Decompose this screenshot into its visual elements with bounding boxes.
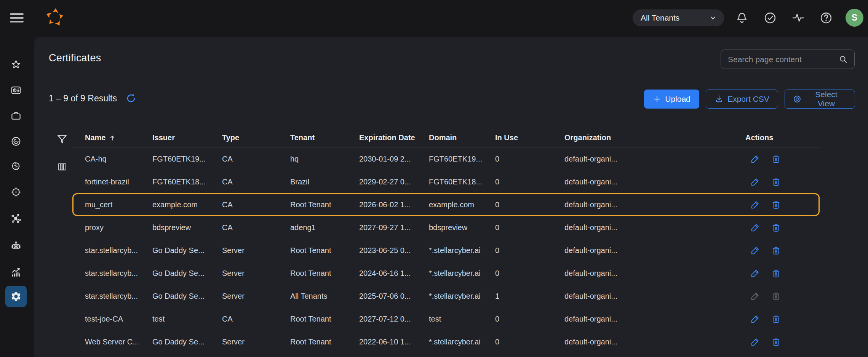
hamburger-menu-icon[interactable] xyxy=(10,11,24,24)
sidebar-item-connections[interactable] xyxy=(5,208,27,229)
column-header-label: In Use xyxy=(495,133,518,142)
chart-icon xyxy=(10,266,22,278)
cell-tenant: All Tenants xyxy=(290,292,359,301)
sidebar-item-reports[interactable] xyxy=(5,261,27,283)
trash-icon xyxy=(771,337,781,347)
pencil-icon xyxy=(750,268,760,279)
sidebar-item-settings[interactable] xyxy=(5,286,27,307)
delete-button[interactable] xyxy=(771,154,781,164)
table-header-row: Name IssuerTypeTenantExpiration DateDoma… xyxy=(72,128,820,147)
table-row[interactable]: test-joe-CA test CA Root Tenant 2027-07-… xyxy=(72,307,820,330)
table-row[interactable]: proxy bdspreview CA adeng1 2027-09-27 1.… xyxy=(72,216,820,239)
cell-organization: default-organi... xyxy=(564,269,745,278)
cell-expiration-date: 2025-07-06 0... xyxy=(359,292,429,301)
cell-tenant: adeng1 xyxy=(290,223,359,232)
delete-button[interactable] xyxy=(771,268,781,279)
delete-button[interactable] xyxy=(771,314,781,324)
refresh-button[interactable] xyxy=(125,93,137,104)
pencil-icon xyxy=(750,200,760,210)
pencil-icon xyxy=(750,245,760,256)
table-row[interactable]: CA-hq FGT60ETK19... CA hq 2030-01-09 2..… xyxy=(72,147,820,170)
trash-icon xyxy=(771,314,781,324)
table-row[interactable]: star.stellarcyb... Go Daddy Se... Server… xyxy=(72,285,820,307)
robot-icon xyxy=(10,240,22,251)
sidebar-item-threat-hunting[interactable] xyxy=(5,181,27,203)
delete-button[interactable] xyxy=(771,200,781,210)
tasks-check-circle-icon[interactable] xyxy=(763,11,777,25)
cell-domain: test xyxy=(429,315,495,323)
table-row[interactable]: fortinet-brazil FGT60ETK18... CA Brazil … xyxy=(72,170,820,193)
column-header-expiration[interactable]: Expiration Date xyxy=(359,133,429,142)
column-header-type[interactable]: Type xyxy=(222,133,290,142)
cell-organization: default-organi... xyxy=(564,338,745,346)
edit-button[interactable] xyxy=(750,223,760,233)
cell-in-use: 0 xyxy=(495,155,564,163)
cell-issuer: example.com xyxy=(152,200,222,209)
export-csv-button[interactable]: Export CSV xyxy=(706,90,778,109)
delete-button[interactable] xyxy=(771,177,781,187)
column-header-in_use[interactable]: In Use xyxy=(495,133,564,142)
edit-button[interactable] xyxy=(750,268,760,279)
cell-tenant: Root Tenant xyxy=(290,246,359,255)
column-header-organization[interactable]: Organization xyxy=(564,133,745,142)
table-row[interactable]: star.stellarcyb... Go Daddy Se... Server… xyxy=(72,239,820,262)
tenant-selector-dropdown[interactable]: All Tenants xyxy=(633,10,724,26)
activity-pulse-icon[interactable] xyxy=(791,11,805,25)
column-header-label: Type xyxy=(222,133,239,142)
edit-button[interactable] xyxy=(750,337,760,347)
edit-button[interactable] xyxy=(750,154,760,164)
cell-expiration-date: 2027-09-27 1... xyxy=(359,223,429,232)
sidebar-item-detections[interactable] xyxy=(5,131,27,152)
notifications-bell-icon[interactable] xyxy=(735,11,749,25)
delete-button[interactable] xyxy=(771,245,781,256)
column-header-actions[interactable]: Actions xyxy=(745,133,820,142)
stellar-cyber-logo-icon xyxy=(44,7,66,28)
column-header-tenant[interactable]: Tenant xyxy=(290,133,359,142)
column-header-name[interactable]: Name xyxy=(85,133,152,142)
trash-icon xyxy=(771,154,781,164)
edit-button[interactable] xyxy=(750,200,760,210)
column-header-label: Name xyxy=(85,133,106,142)
sidebar-item-dashboards[interactable] xyxy=(5,80,27,101)
cell-in-use: 1 xyxy=(495,292,564,301)
cell-issuer: FGT60ETK18... xyxy=(152,178,222,186)
pencil-icon xyxy=(750,337,760,347)
column-header-issuer[interactable]: Issuer xyxy=(152,133,222,142)
user-avatar[interactable]: S xyxy=(846,9,863,27)
sidebar-item-ai[interactable] xyxy=(5,156,27,177)
sidebar-item-favorites[interactable] xyxy=(5,54,27,75)
trash-icon xyxy=(771,245,781,256)
sidebar-item-automation[interactable] xyxy=(5,235,27,256)
sidebar-item-cases[interactable] xyxy=(5,105,27,126)
select-view-button[interactable]: Select View xyxy=(785,90,855,109)
table-row[interactable]: star.stellarcyb... Go Daddy Se... Server… xyxy=(72,262,820,285)
trash-icon xyxy=(771,291,781,301)
column-header-domain[interactable]: Domain xyxy=(429,133,495,142)
cell-domain: *.stellarcyber.ai xyxy=(429,269,495,278)
table-row[interactable]: mu_cert example.com CA Root Tenant 2026-… xyxy=(72,193,820,216)
cell-actions xyxy=(745,245,820,256)
help-icon[interactable] xyxy=(819,11,833,25)
table-row[interactable]: Web Server C... Go Daddy Se... Server Ro… xyxy=(72,330,820,353)
cell-expiration-date: 2022-06-10 1... xyxy=(359,338,429,346)
cell-type: Server xyxy=(222,246,290,255)
refresh-icon xyxy=(125,93,137,104)
column-settings-icon[interactable] xyxy=(56,161,68,173)
download-icon xyxy=(715,94,724,104)
filter-funnel-icon[interactable] xyxy=(56,133,69,146)
cell-domain: *.stellarcyber.ai xyxy=(429,246,495,255)
upload-button[interactable]: Upload xyxy=(644,90,699,109)
column-header-label: Actions xyxy=(745,133,773,142)
sidebar-nav xyxy=(0,37,34,357)
delete-button[interactable] xyxy=(771,337,781,347)
cell-issuer: bdspreview xyxy=(152,223,222,232)
sort-ascending-icon xyxy=(109,134,116,142)
search-icon xyxy=(838,54,848,64)
edit-button[interactable] xyxy=(750,177,760,187)
trash-icon xyxy=(771,223,781,233)
edit-button[interactable] xyxy=(750,245,760,256)
delete-button[interactable] xyxy=(771,223,781,233)
search-input[interactable] xyxy=(727,54,838,64)
page-search xyxy=(721,50,855,69)
edit-button[interactable] xyxy=(750,314,760,324)
